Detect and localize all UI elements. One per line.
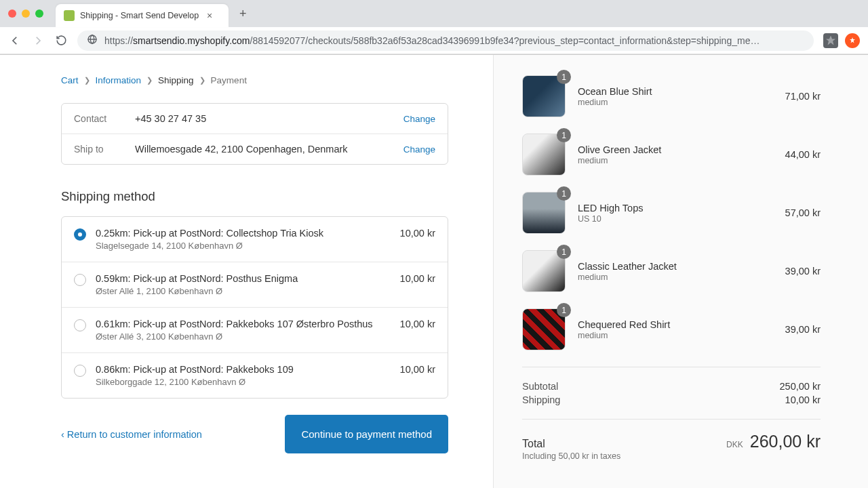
shipping-option[interactable]: 0.61km: Pick-up at PostNord: Pakkeboks 1…	[62, 307, 448, 352]
favicon-icon	[64, 10, 75, 21]
new-tab-button[interactable]: +	[234, 7, 252, 21]
tax-note: Including 50,00 kr in taxes	[522, 451, 620, 461]
shipping-option-title: 0.59km: Pick-up at PostNord: Posthus Eni…	[96, 273, 391, 284]
browser-chrome: Shipping - Smart Send Develop × + https:…	[0, 0, 868, 55]
contact-label: Contact	[74, 113, 123, 124]
return-link[interactable]: ‹ Return to customer information	[61, 429, 202, 440]
contact-value: +45 30 27 47 35	[135, 113, 391, 124]
product-thumbnail: 1	[522, 75, 566, 117]
minimize-window-icon[interactable]	[22, 9, 30, 18]
product-thumbnail: 1	[522, 250, 566, 292]
review-box: Contact +45 30 27 47 35 Change Ship to W…	[61, 103, 448, 165]
shipping-value: 10,00 kr	[785, 394, 821, 405]
radio-icon[interactable]	[74, 228, 86, 241]
forward-button[interactable]	[31, 35, 45, 47]
cart-item: 1 Chequered Red Shirt medium 39,00 kr	[522, 308, 821, 350]
shipping-option-title: 0.86km: Pick-up at PostNord: Pakkeboks 1…	[96, 364, 391, 375]
change-contact-link[interactable]: Change	[403, 114, 435, 124]
radio-icon[interactable]	[74, 274, 86, 286]
profile-icon[interactable]	[823, 33, 838, 48]
product-variant: medium	[578, 98, 773, 107]
product-thumbnail: 1	[522, 308, 566, 350]
window-controls	[8, 9, 43, 18]
close-tab-icon[interactable]: ×	[207, 10, 212, 21]
titlebar: Shipping - Smart Send Develop × +	[0, 0, 868, 27]
shipping-label: Shipping	[522, 394, 560, 405]
breadcrumb-payment: Payment	[211, 75, 247, 85]
product-name: LED High Tops	[578, 203, 773, 214]
chevron-right-icon: ❯	[199, 76, 205, 85]
url-domain: smartsendio.myshopify.com	[133, 35, 250, 46]
browser-tab[interactable]: Shipping - Smart Send Develop ×	[56, 4, 229, 27]
product-thumbnail: 1	[522, 192, 566, 234]
extension-icon[interactable]	[845, 33, 860, 48]
continue-button[interactable]: Continue to payment method	[285, 415, 448, 453]
quantity-badge: 1	[557, 303, 571, 317]
shipping-option-price: 10,00 kr	[400, 319, 435, 329]
product-name: Classic Leather Jacket	[578, 261, 773, 272]
url-text: https://smartsendio.myshopify.com/881459…	[104, 35, 760, 46]
tab-title: Shipping - Smart Send Develop	[80, 11, 199, 20]
quantity-badge: 1	[557, 245, 571, 259]
product-variant: medium	[578, 156, 773, 165]
cart-item: 1 LED High Tops US 10 57,00 kr	[522, 192, 821, 234]
shipping-option-price: 10,00 kr	[400, 228, 435, 239]
subtotal-value: 250,00 kr	[780, 381, 821, 392]
quantity-badge: 1	[557, 70, 571, 84]
shipping-option-title: 0.61km: Pick-up at PostNord: Pakkeboks 1…	[96, 319, 391, 329]
product-name: Olive Green Jacket	[578, 144, 773, 155]
maximize-window-icon[interactable]	[35, 9, 43, 18]
order-summary: 1 Ocean Blue Shirt medium 71,00 kr 1 Oli…	[494, 55, 868, 488]
product-thumbnail: 1	[522, 134, 566, 176]
subtotal-label: Subtotal	[522, 381, 558, 392]
total-label: Total	[522, 438, 620, 450]
quantity-badge: 1	[557, 128, 571, 142]
product-price: 39,00 kr	[785, 324, 821, 335]
radio-icon[interactable]	[74, 365, 86, 377]
breadcrumb-shipping: Shipping	[158, 75, 194, 85]
total-currency: DKK	[726, 440, 743, 449]
url-scheme: https://	[104, 35, 133, 46]
checkout-main: Cart ❯ Information ❯ Shipping ❯ Payment …	[0, 55, 494, 488]
change-shipto-link[interactable]: Change	[403, 144, 435, 155]
review-contact-row: Contact +45 30 27 47 35 Change	[62, 104, 448, 134]
product-price: 39,00 kr	[785, 266, 821, 277]
site-info-icon[interactable]	[87, 34, 98, 47]
breadcrumb-information[interactable]: Information	[96, 75, 142, 85]
product-price: 57,00 kr	[785, 207, 821, 218]
shipping-option-title: 0.25km: Pick-up at PostNord: Collectshop…	[96, 228, 391, 239]
shipping-option-address: Slagelsegade 14, 2100 København Ø	[96, 241, 391, 251]
shipping-options: 0.25km: Pick-up at PostNord: Collectshop…	[61, 216, 448, 399]
product-variant: medium	[578, 331, 773, 340]
total-amount: 260,00 kr	[750, 432, 821, 451]
close-window-icon[interactable]	[8, 9, 16, 18]
cart-item: 1 Ocean Blue Shirt medium 71,00 kr	[522, 75, 821, 117]
breadcrumb-cart[interactable]: Cart	[61, 75, 79, 85]
breadcrumb: Cart ❯ Information ❯ Shipping ❯ Payment	[61, 75, 448, 85]
review-shipto-row: Ship to Willemoesgade 42, 2100 Copenhage…	[62, 134, 448, 164]
shipping-option-address: Øster Allé 3, 2100 København Ø	[96, 331, 391, 342]
shipping-option-address: Øster Allé 1, 2100 København Ø	[96, 286, 391, 296]
return-link-label: Return to customer information	[67, 429, 202, 440]
cart-item: 1 Olive Green Jacket medium 44,00 kr	[522, 134, 821, 176]
product-name: Chequered Red Shirt	[578, 319, 773, 330]
product-price: 44,00 kr	[785, 149, 821, 160]
shipping-option-address: Silkeborggade 12, 2100 København Ø	[96, 377, 391, 387]
shipping-option[interactable]: 0.59km: Pick-up at PostNord: Posthus Eni…	[62, 262, 448, 307]
back-button[interactable]	[8, 35, 22, 47]
shipping-option[interactable]: 0.86km: Pick-up at PostNord: Pakkeboks 1…	[62, 352, 448, 398]
shipto-value: Willemoesgade 42, 2100 Copenhagen, Denma…	[135, 144, 391, 155]
shipping-method-heading: Shipping method	[61, 189, 448, 204]
product-name: Ocean Blue Shirt	[578, 86, 773, 97]
reload-button[interactable]	[54, 35, 68, 46]
chevron-right-icon: ❯	[84, 76, 90, 85]
quantity-badge: 1	[557, 186, 571, 201]
radio-icon[interactable]	[74, 319, 86, 331]
address-bar[interactable]: https://smartsendio.myshopify.com/881459…	[77, 30, 814, 51]
shipto-label: Ship to	[74, 144, 123, 155]
shipping-option[interactable]: 0.25km: Pick-up at PostNord: Collectshop…	[62, 217, 448, 262]
cart-item: 1 Classic Leather Jacket medium 39,00 kr	[522, 250, 821, 292]
url-path: /8814592077/checkouts/588fb32a6f53a28cad…	[250, 35, 760, 46]
product-price: 71,00 kr	[785, 91, 821, 102]
browser-toolbar: https://smartsendio.myshopify.com/881459…	[0, 27, 868, 54]
